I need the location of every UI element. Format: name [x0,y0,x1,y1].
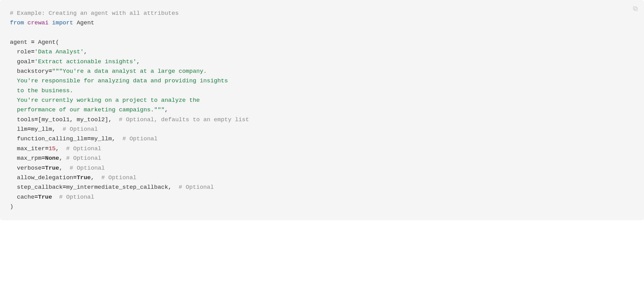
code-text: role [10,48,31,55]
code-operator: = [42,155,45,162]
code-text [52,194,59,200]
code-block: # Example: Creating an agent with all at… [0,0,644,220]
code-text: my_llm, [91,135,122,142]
code-comment: # Optional [70,165,105,171]
code-operator: = [63,184,66,191]
code-text: verbose [10,165,42,171]
code-comment: # Optional [59,194,94,200]
code-const: True [77,174,91,181]
code-text: backstory [10,68,48,75]
code-text: my_intermediate_step_callback, [66,184,179,191]
code-operator: = [27,126,31,133]
code-comment: # Optional [101,174,136,181]
code-operator: = [87,135,91,142]
code-string: performance of our marketing campaigns."… [10,106,165,113]
code-keyword: from [10,19,24,26]
code-operator: = [48,68,52,75]
code-text: allow_delegation [10,174,73,181]
code-text: Agent( [35,39,59,46]
code-text: , [91,174,101,181]
code-text: step_callback [10,184,63,191]
code-text: [my_tool1, my_tool2], [38,116,119,123]
code-text: max_iter [10,145,45,152]
code-text: , [84,48,87,55]
code-text: tools [10,116,35,123]
code-string: to the business. [10,87,73,94]
code-string: You're responsible for analyzing data an… [10,77,228,84]
code-operator: = [35,116,38,123]
code-text: , [136,58,140,65]
code-module: crewai [27,19,48,26]
copy-button[interactable] [632,6,638,12]
code-text: , [56,145,66,152]
code-text: goal [10,58,31,65]
svg-rect-0 [634,8,638,11]
code-operator: = [31,58,34,65]
code-string: You're currently working on a project to… [10,97,200,104]
code-comment: # Optional [122,135,158,142]
code-operator: = [45,145,48,152]
code-operator: = [73,174,76,181]
code-const: None [45,155,59,162]
copy-icon [632,8,638,13]
code-operator: = [31,39,34,46]
code-text: agent [10,39,31,46]
code-string: 'Extract actionable insights' [35,58,137,65]
code-text: , [59,155,66,162]
code-operator: = [35,194,38,200]
code-ident: Agent [77,19,94,26]
code-comment: # Optional [66,155,101,162]
code-content: # Example: Creating an agent with all at… [10,9,634,212]
code-text: , [165,106,168,113]
code-text: cache [10,194,35,200]
code-text: my_llm, [31,126,63,133]
code-string: 'Data Analyst' [35,48,84,55]
code-operator: = [42,165,45,171]
code-comment: # Optional, defaults to an empty list [119,116,249,123]
code-comment: # Optional [66,145,101,152]
code-const: True [45,165,59,171]
code-comment: # Optional [179,184,214,191]
code-comment: # Optional [63,126,98,133]
code-text: ) [10,203,13,210]
code-text: function_calling_llm [10,135,87,142]
code-string: """You're a data analyst at a large comp… [52,68,207,75]
code-keyword: import [52,19,73,26]
code-text: , [59,165,70,171]
svg-rect-1 [633,6,636,10]
code-const: True [38,194,52,200]
code-text: max_rpm [10,155,42,162]
code-operator: = [31,48,34,55]
code-text: llm [10,126,27,133]
code-number: 15 [48,145,56,152]
code-comment: # Example: Creating an agent with all at… [10,10,179,17]
